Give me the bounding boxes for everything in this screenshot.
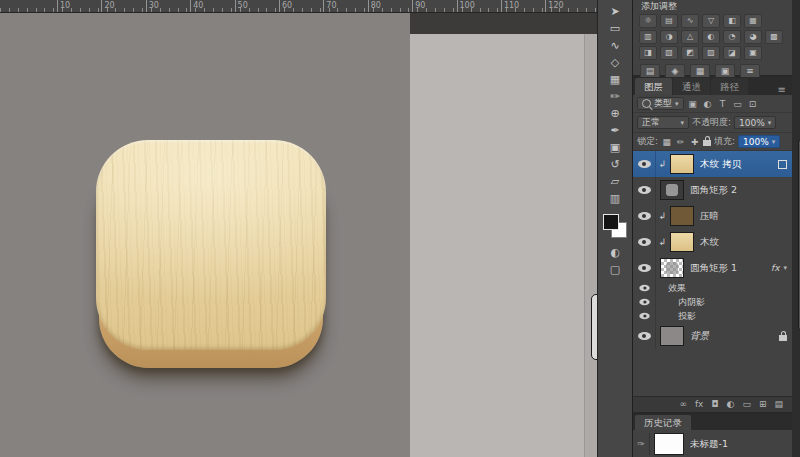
visibility-toggle[interactable] — [633, 281, 656, 295]
adjustment-icon[interactable]: ▧ — [660, 46, 678, 60]
adjustment-icon[interactable]: ▦ — [744, 14, 762, 28]
tool-button[interactable]: ▭ — [602, 20, 628, 37]
tool-button[interactable]: ↺ — [602, 156, 628, 173]
effects-row[interactable]: 效果 — [633, 281, 792, 295]
adjustment-icon[interactable]: ▥ — [639, 30, 657, 44]
adjustment-icon[interactable]: ◪ — [723, 46, 741, 60]
blend-mode-select[interactable]: 正常 ▾ — [637, 116, 689, 129]
canvas-vertical-scrollbar[interactable] — [584, 34, 597, 457]
history-brush-source-cell[interactable]: ✑ — [633, 433, 650, 455]
visibility-toggle[interactable] — [633, 255, 656, 281]
visibility-toggle[interactable] — [633, 229, 656, 255]
adjustment-icon[interactable]: ▤ — [660, 14, 678, 28]
tab-layers[interactable]: 图层 — [635, 78, 672, 95]
canvas[interactable] — [0, 13, 410, 457]
tool-button[interactable]: ▣ — [602, 139, 628, 156]
layer-thumbnail[interactable] — [670, 154, 694, 174]
inner-shadow-effect-row[interactable]: 内阴影 — [633, 295, 792, 309]
layers-action-icon[interactable]: ⊞ — [759, 397, 767, 412]
visibility-toggle[interactable] — [633, 309, 656, 323]
adjustment-icon[interactable]: ☼ — [639, 14, 657, 28]
history-snapshot-thumbnail[interactable] — [654, 433, 684, 455]
layer-thumbnail[interactable] — [670, 232, 694, 252]
adjustments-row-1: ☼▤∿▽◧▦ — [633, 13, 792, 29]
opacity-value[interactable]: 100% ▾ — [734, 116, 776, 129]
adjustment-icon[interactable]: ▩ — [765, 30, 783, 44]
layer-row[interactable]: 圆角矩形 1 fx ▾ — [633, 255, 792, 281]
adjustment-icon[interactable]: ◐ — [702, 30, 720, 44]
layer-row-background[interactable]: 背景 — [633, 323, 792, 349]
filter-smart-object-icon[interactable]: ⊡ — [747, 99, 759, 109]
tab-history[interactable]: 历史记录 — [635, 415, 691, 430]
tool-button[interactable]: ▱ — [602, 173, 628, 190]
layers-action-icon[interactable]: ◐ — [727, 397, 735, 412]
tool-button[interactable]: ➤ — [602, 3, 628, 20]
horizontal-ruler[interactable]: 102030405060708090100110120 — [0, 0, 597, 13]
visibility-toggle[interactable] — [633, 295, 656, 309]
layers-action-icon[interactable]: ▭ — [742, 397, 751, 412]
adjustment-icon[interactable]: ◑ — [660, 30, 678, 44]
foreground-color-swatch[interactable] — [603, 214, 619, 230]
layer-thumbnail[interactable] — [660, 326, 684, 346]
filter-type-layers-icon[interactable]: T — [717, 99, 729, 109]
layer-thumbnail[interactable] — [660, 258, 684, 278]
tool-button[interactable]: ◐ — [602, 244, 628, 261]
tool-button[interactable]: ◇ — [602, 54, 628, 71]
drop-shadow-effect-row[interactable]: 投影 — [633, 309, 792, 323]
pasteboard — [410, 34, 597, 457]
fill-value[interactable]: 100% ▾ — [738, 135, 780, 148]
layers-action-icon[interactable]: ▤ — [774, 397, 783, 412]
layer-row[interactable]: ↳ 木纹 拷贝 — [633, 151, 792, 177]
adjustment-icon[interactable]: ◨ — [639, 46, 657, 60]
panels-scrollbar[interactable] — [792, 0, 800, 457]
tool-button[interactable]: ⊕ — [602, 105, 628, 122]
layer-row[interactable]: 圆角矩形 2 — [633, 177, 792, 203]
fx-badge[interactable]: fx — [771, 263, 780, 273]
adjustment-icon[interactable]: ◧ — [723, 14, 741, 28]
layers-action-icon[interactable]: ∞ — [679, 397, 687, 412]
adjustment-icon[interactable]: ∿ — [681, 14, 699, 28]
visibility-toggle[interactable] — [633, 323, 656, 349]
lock-position-icon[interactable]: ✚ — [689, 137, 700, 147]
tool-button[interactable]: ∿ — [602, 37, 628, 54]
filter-shape-layers-icon[interactable]: ▭ — [732, 99, 744, 109]
tool-button[interactable]: ▦ — [602, 71, 628, 88]
layer-thumbnail[interactable] — [670, 206, 694, 226]
ruler-number: 70 — [323, 0, 367, 12]
filter-pixel-layers-icon[interactable]: ▣ — [687, 99, 699, 109]
tool-button[interactable]: ✏ — [602, 88, 628, 105]
lock-transparency-icon[interactable]: ▦ — [661, 137, 672, 147]
adjustment-icon[interactable]: ▽ — [702, 14, 720, 28]
layer-thumbnail[interactable] — [660, 180, 684, 200]
adjustments-title: 添加调整 — [633, 0, 792, 13]
ruler-number: 10 — [57, 0, 101, 12]
visibility-toggle[interactable] — [633, 151, 656, 177]
layers-action-icon[interactable]: ◘ — [711, 397, 718, 412]
tool-icon: ↺ — [610, 158, 619, 171]
filter-adjustment-layers-icon[interactable]: ◐ — [702, 99, 714, 109]
layer-row[interactable]: ↳ 木纹 — [633, 229, 792, 255]
tool-button[interactable]: ▢ — [602, 261, 628, 278]
visibility-toggle[interactable] — [633, 177, 656, 203]
chevron-down-icon[interactable]: ▾ — [783, 264, 787, 272]
adjustment-icon[interactable]: ◩ — [681, 46, 699, 60]
chevron-down-icon: ▾ — [680, 119, 684, 127]
adjustment-icon[interactable]: ▣ — [744, 46, 762, 60]
adjustment-icon[interactable]: ◔ — [723, 30, 741, 44]
adjustment-icon[interactable]: △ — [681, 30, 699, 44]
visibility-toggle[interactable] — [633, 203, 656, 229]
lock-image-icon[interactable]: ✏ — [675, 137, 686, 147]
adjustment-icon[interactable]: ◕ — [744, 30, 762, 44]
lock-label: 锁定: — [637, 135, 658, 148]
tool-button[interactable]: ✒ — [602, 122, 628, 139]
tab-channels[interactable]: 通道 — [673, 78, 710, 95]
layer-row[interactable]: ↳ 压暗 — [633, 203, 792, 229]
filter-type-select[interactable]: 类型 ▾ — [637, 97, 684, 110]
lock-all-icon[interactable] — [703, 140, 711, 146]
tool-button[interactable]: ▥ — [602, 190, 628, 207]
adjustment-icon[interactable]: ▨ — [702, 46, 720, 60]
layers-action-icon[interactable]: fx — [695, 397, 704, 412]
panel-menu-icon[interactable]: ≡ — [778, 84, 792, 95]
tab-paths[interactable]: 路径 — [711, 78, 748, 95]
color-swatches[interactable] — [602, 213, 628, 239]
